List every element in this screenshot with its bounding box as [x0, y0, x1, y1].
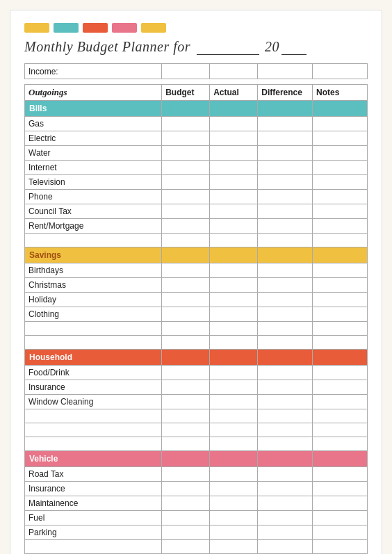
table-row: Internet: [25, 161, 368, 175]
outgoings-label: Outgoings: [28, 87, 67, 97]
table-row: Gas: [25, 117, 368, 131]
table-row: Insurance: [25, 380, 368, 395]
table-row: Food/Drink: [25, 366, 368, 380]
income-notes: [313, 64, 368, 79]
income-budget: [162, 64, 210, 79]
title-prefix: Monthly Budget Planner for: [24, 39, 190, 54]
title-month-line: [197, 38, 259, 55]
item-phone: Phone: [25, 190, 162, 204]
budget-planner-page: Monthly Budget Planner for 20 Income: Ou…: [10, 10, 382, 554]
item-birthdays: Birthdays: [25, 263, 162, 278]
savings-label: Savings: [25, 247, 162, 263]
household-category-row: Household: [25, 350, 368, 366]
table-row: Fuel: [25, 511, 368, 526]
item-road-tax: Road Tax: [25, 467, 162, 482]
item-electric: Electric: [25, 131, 162, 146]
empty-row: [25, 322, 368, 336]
bills-label: Bills: [25, 101, 162, 117]
empty-row: [25, 336, 368, 350]
empty-row: [25, 437, 368, 451]
decor-rect: [112, 23, 137, 33]
item-council-tax: Council Tax: [25, 204, 162, 219]
table-row: Clothing: [25, 307, 368, 322]
decor-rect: [54, 23, 79, 33]
item-insurance-v: Insurance: [25, 482, 162, 496]
col-difference-header: Difference: [258, 85, 313, 101]
household-label: Household: [25, 350, 162, 366]
item-parking: Parking: [25, 526, 162, 540]
budget-table: Income: Outgoings Budget Actual Differen…: [24, 63, 368, 554]
bills-category-row: Bills: [25, 101, 368, 117]
empty-row: [25, 409, 368, 423]
table-row: Council Tax: [25, 204, 368, 219]
table-row: Maintainence: [25, 496, 368, 511]
vehicle-category-row: Vehicle: [25, 451, 368, 467]
empty-row: [25, 540, 368, 554]
table-row: Holiday: [25, 293, 368, 307]
spacer-1: [25, 79, 368, 85]
item-water: Water: [25, 146, 162, 161]
table-row: Window Cleaning: [25, 395, 368, 409]
item-rent-mortgage: Rent/Mortgage: [25, 219, 162, 234]
table-row: Rent/Mortgage: [25, 219, 368, 234]
decor-rect: [24, 23, 49, 33]
item-television: Television: [25, 175, 162, 190]
income-row: Income:: [25, 64, 368, 79]
table-row: Parking: [25, 526, 368, 540]
col-notes-header: Notes: [313, 85, 368, 101]
income-diff: [258, 64, 313, 79]
item-insurance-h: Insurance: [25, 380, 162, 395]
page-title: Monthly Budget Planner for 20: [24, 38, 368, 55]
table-row: Electric: [25, 131, 368, 146]
table-row: Road Tax: [25, 467, 368, 482]
vehicle-label: Vehicle: [25, 451, 162, 467]
item-fuel: Fuel: [25, 511, 162, 526]
table-row: Birthdays: [25, 263, 368, 278]
item-christmas: Christmas: [25, 278, 162, 293]
item-maintainence: Maintainence: [25, 496, 162, 511]
table-row: Phone: [25, 190, 368, 204]
col-actual-header: Actual: [210, 85, 258, 101]
col-outgoings-header: Outgoings: [25, 85, 162, 101]
decor-rect: [83, 23, 108, 33]
income-actual: [210, 64, 258, 79]
decor-rect: [141, 23, 166, 33]
top-decor-bar: [24, 23, 368, 33]
item-window-cleaning: Window Cleaning: [25, 395, 162, 409]
empty-row: [25, 234, 368, 247]
title-year-line: [281, 38, 307, 55]
item-gas: Gas: [25, 117, 162, 131]
col-budget-header: Budget: [162, 85, 210, 101]
title-year-prefix: 20: [265, 39, 279, 54]
column-headers-row: Outgoings Budget Actual Difference Notes: [25, 85, 368, 101]
table-row: Water: [25, 146, 368, 161]
item-clothing: Clothing: [25, 307, 162, 322]
item-holiday: Holiday: [25, 293, 162, 307]
table-row: Insurance: [25, 482, 368, 496]
item-internet: Internet: [25, 161, 162, 175]
table-row: Christmas: [25, 278, 368, 293]
savings-category-row: Savings: [25, 247, 368, 263]
empty-row: [25, 423, 368, 437]
income-label: Income:: [25, 64, 162, 79]
item-food-drink: Food/Drink: [25, 366, 162, 380]
table-row: Television: [25, 175, 368, 190]
